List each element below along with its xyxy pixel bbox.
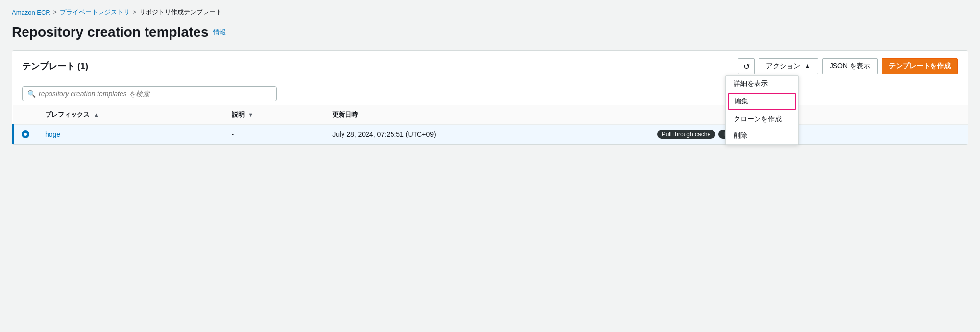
actions-dropdown-menu: 詳細を表示 編集 クローンを作成 削除 [725, 75, 799, 145]
breadcrumb: Amazon ECR > プライベートレジストリ > リポジトリ作成テンプレート [12, 8, 968, 17]
col-description[interactable]: 説明 ▼ [224, 105, 325, 125]
breadcrumb-link-ecr[interactable]: Amazon ECR [12, 9, 50, 16]
dropdown-item-delete[interactable]: 削除 [726, 128, 798, 144]
panel-title: テンプレート (1) [22, 61, 88, 71]
breadcrumb-sep-2: > [133, 9, 136, 16]
json-view-button[interactable]: JSON を表示 [822, 58, 878, 74]
page-header: Repository creation templates 情報 [12, 25, 968, 40]
row-prefix-cell: hoge [37, 125, 224, 144]
breadcrumb-current: リポジトリ作成テンプレート [139, 8, 222, 17]
dropdown-item-details[interactable]: 詳細を表示 [726, 76, 798, 92]
actions-button[interactable]: アクション ▲ [759, 58, 818, 74]
tag-badges: Pull through cache Replication [657, 130, 960, 139]
row-description-cell: - [224, 125, 325, 144]
table-row[interactable]: hoge - July 28, 2024, 07:25:51 (UTC+09) … [13, 125, 968, 144]
breadcrumb-sep-1: > [53, 9, 57, 16]
refresh-button[interactable]: ↺ [738, 58, 755, 74]
panel-header: テンプレート (1) ↺ アクション ▲ 詳細を表示 編集 クローン [12, 51, 968, 82]
refresh-icon: ↺ [743, 62, 750, 71]
tag-pull-through-cache: Pull through cache [657, 130, 715, 139]
breadcrumb-link-private-registry[interactable]: プライベートレジストリ [60, 8, 130, 17]
radio-selected-icon [22, 130, 29, 138]
panel-title-group: テンプレート (1) [22, 60, 88, 72]
table-header: プレフィックス ▲ 説明 ▼ 更新日時 [13, 105, 968, 125]
description-sort-icon: ▼ [248, 112, 253, 118]
row-tags-cell: Pull through cache Replication [645, 125, 968, 144]
row-prefix-link[interactable]: hoge [45, 130, 60, 138]
search-input-wrapper[interactable]: 🔍 [22, 86, 277, 101]
table-body: hoge - July 28, 2024, 07:25:51 (UTC+09) … [13, 125, 968, 144]
search-bar: 🔍 [12, 82, 968, 105]
create-template-button[interactable]: テンプレートを作成 [882, 58, 958, 74]
row-end-cell: July 28, 2024, 07:25:51 (UTC+09) [332, 130, 637, 138]
info-link[interactable]: 情報 [213, 28, 226, 37]
col-updated-at: 更新日時 [324, 105, 645, 125]
page-title: Repository creation templates [12, 25, 208, 40]
prefix-sort-icon: ▲ [94, 112, 99, 118]
templates-table: プレフィックス ▲ 説明 ▼ 更新日時 [12, 105, 968, 144]
dropdown-item-clone[interactable]: クローンを作成 [726, 111, 798, 128]
row-updated-at-cell: July 28, 2024, 07:25:51 (UTC+09) [324, 125, 645, 144]
main-panel: テンプレート (1) ↺ アクション ▲ 詳細を表示 編集 クローン [12, 50, 968, 145]
col-radio [13, 105, 38, 125]
panel-actions: ↺ アクション ▲ 詳細を表示 編集 クローンを作成 削除 JSON を [738, 58, 958, 74]
table-wrapper: プレフィックス ▲ 説明 ▼ 更新日時 [12, 105, 968, 144]
row-radio-cell[interactable] [13, 125, 38, 144]
dropdown-item-edit[interactable]: 編集 [728, 93, 796, 110]
actions-dropdown-wrapper: アクション ▲ 詳細を表示 編集 クローンを作成 削除 [759, 58, 818, 74]
col-prefix[interactable]: プレフィックス ▲ [37, 105, 224, 125]
col-tags [645, 105, 968, 125]
search-input[interactable] [39, 90, 271, 98]
search-icon: 🔍 [27, 90, 36, 98]
actions-caret-icon: ▲ [804, 62, 811, 70]
